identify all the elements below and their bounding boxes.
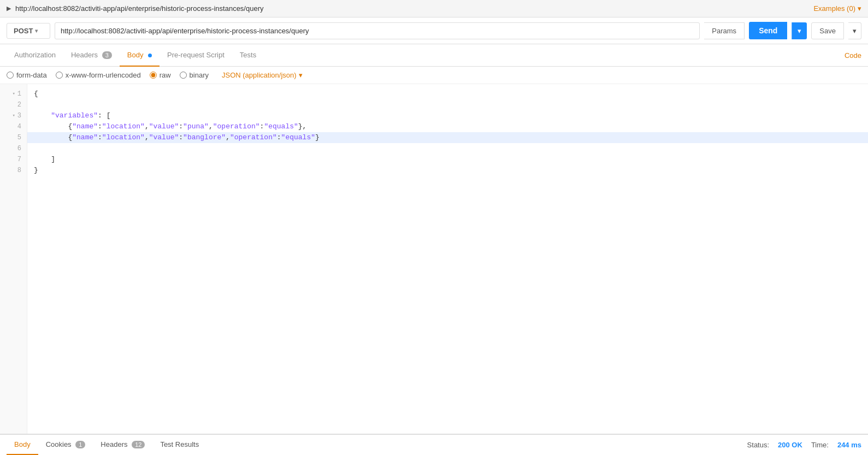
form-data-option[interactable]: form-data	[7, 71, 47, 79]
bottom-tabs-row: Body Cookies 1 Headers 12 Test Results S…	[0, 434, 868, 455]
url-input[interactable]	[55, 22, 700, 39]
time-label: Time:	[811, 441, 829, 449]
binary-radio[interactable]	[180, 72, 187, 79]
cookies-badge: 1	[75, 441, 85, 448]
examples-link[interactable]: Examples (0) ▾	[813, 4, 861, 13]
code-line-7: ]	[34, 154, 868, 165]
tab-headers[interactable]: Headers 3	[63, 44, 120, 67]
raw-option[interactable]: raw	[150, 71, 171, 79]
urlencoded-label: x-www-form-urlencoded	[66, 71, 141, 79]
save-button[interactable]: Save	[811, 22, 844, 39]
bottom-status: Status: 200 OK Time: 244 ms	[747, 441, 861, 449]
headers-label-bottom: Headers	[101, 440, 127, 448]
line-num-7: 7	[0, 154, 27, 165]
send-dropdown-icon: ▾	[798, 27, 801, 35]
code-content[interactable]: { "variables": [ {"name":"location","val…	[27, 84, 868, 434]
raw-label: raw	[160, 71, 171, 79]
expand-icon[interactable]: ▶	[7, 5, 11, 12]
time-value: 244 ms	[837, 441, 861, 449]
send-dropdown-button[interactable]: ▾	[792, 22, 807, 39]
body-label: Body	[127, 51, 144, 59]
code-line-6	[34, 143, 868, 154]
line-num-8: 8	[0, 165, 27, 176]
tab-tests[interactable]: Tests	[232, 44, 264, 67]
json-type-dropdown-icon: ▾	[299, 71, 303, 79]
code-line-1: {	[34, 88, 868, 99]
url-bar-row: ▶ http://localhost:8082/activiti-app/api…	[0, 0, 868, 17]
tab-prerequest[interactable]: Pre-request Script	[160, 44, 232, 67]
urlencoded-option[interactable]: x-www-form-urlencoded	[56, 71, 141, 79]
line-num-2: 2	[0, 99, 27, 110]
method-select[interactable]: POST ▾	[7, 23, 50, 39]
method-dropdown-icon: ▾	[35, 28, 38, 34]
code-line-2	[34, 99, 868, 110]
binary-label: binary	[190, 71, 209, 79]
binary-option[interactable]: binary	[180, 71, 209, 79]
fold-arrow-1[interactable]: ▾	[12, 88, 15, 99]
headers-badge: 3	[102, 51, 112, 59]
code-line-8: }	[34, 165, 868, 176]
tab-body[interactable]: Body	[120, 44, 160, 67]
urlencoded-radio[interactable]	[56, 72, 63, 79]
line-numbers: ▾ 1 2 ▾ 3 4 5 6 7 8	[0, 84, 27, 434]
json-type-label: JSON (application/json)	[222, 71, 297, 79]
code-line-5: {"name":"location","value":"banglore","o…	[27, 132, 868, 143]
form-data-radio[interactable]	[7, 72, 14, 79]
code-editor: ▾ 1 2 ▾ 3 4 5 6 7 8 {	[0, 84, 868, 434]
line-num-1: ▾ 1	[0, 88, 27, 99]
tabs-row: Authorization Headers 3 Body Pre-request…	[0, 44, 868, 67]
bottom-tab-test-results[interactable]: Test Results	[152, 435, 206, 455]
status-label: Status:	[747, 441, 769, 449]
bottom-tab-headers[interactable]: Headers 12	[93, 435, 152, 455]
bottom-tab-body[interactable]: Body	[7, 435, 38, 455]
tab-authorization[interactable]: Authorization	[7, 44, 63, 67]
save-dropdown-icon: ▾	[853, 27, 857, 35]
form-data-label: form-data	[16, 71, 47, 79]
headers-label: Headers	[71, 51, 98, 59]
body-dot	[148, 54, 152, 57]
examples-label: Examples (0)	[813, 4, 855, 13]
status-value: 200 OK	[778, 441, 802, 449]
params-button[interactable]: Params	[704, 22, 745, 39]
raw-radio[interactable]	[150, 72, 157, 79]
body-options-row: form-data x-www-form-urlencoded raw bina…	[0, 67, 868, 84]
headers-badge-bottom: 12	[132, 441, 145, 448]
save-dropdown-button[interactable]: ▾	[848, 22, 861, 39]
request-row: POST ▾ Params Send ▾ Save ▾	[0, 17, 868, 44]
method-label: POST	[14, 27, 33, 35]
examples-dropdown-icon: ▾	[858, 4, 861, 13]
line-num-6: 6	[0, 143, 27, 154]
send-button[interactable]: Send	[749, 22, 787, 39]
bottom-tab-cookies[interactable]: Cookies 1	[38, 435, 93, 455]
key-variables: "variables"	[34, 110, 98, 121]
fold-arrow-3[interactable]: ▾	[12, 110, 15, 121]
line-num-5: 5	[0, 132, 27, 143]
line-num-4: 4	[0, 121, 27, 132]
json-type-select[interactable]: JSON (application/json) ▾	[222, 71, 303, 79]
brace-open: {	[34, 88, 38, 99]
url-bar-text: http://localhost:8082/activiti-app/api/e…	[15, 4, 809, 13]
code-line-3: "variables": [	[34, 110, 868, 121]
code-link[interactable]: Code	[845, 45, 861, 66]
code-line-4: {"name":"location","value":"puna","opera…	[34, 121, 868, 132]
cookies-label: Cookies	[46, 440, 72, 448]
line-num-3: ▾ 3	[0, 110, 27, 121]
